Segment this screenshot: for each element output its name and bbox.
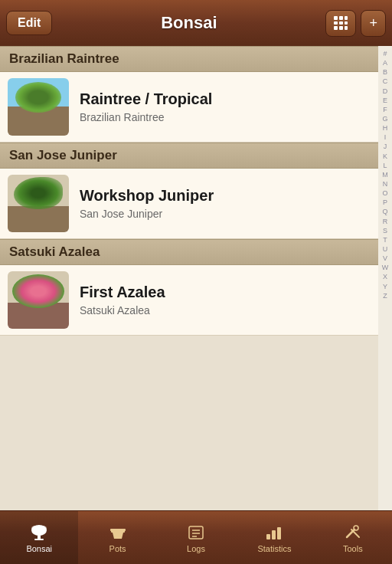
index-U[interactable]: U	[378, 244, 392, 254]
index-H[interactable]: H	[378, 123, 392, 133]
index-L[interactable]: L	[378, 161, 392, 170]
list-item[interactable]: First Azalea Satsuki Azalea	[0, 265, 378, 336]
item-name: Workshop Juniper	[80, 187, 371, 205]
statistics-tab-icon	[263, 523, 285, 542]
bonsai-list: Brazilian Raintree Raintree / Tropical B…	[0, 46, 378, 510]
tab-bonsai-label: Bonsai	[26, 544, 52, 553]
index-W[interactable]: W	[378, 263, 392, 272]
tab-statistics-label: Statistics	[257, 544, 291, 553]
item-image-raintree	[8, 78, 69, 136]
index-S[interactable]: S	[378, 226, 392, 235]
index-X[interactable]: X	[378, 272, 392, 281]
list-item[interactable]: Workshop Juniper San Jose Juniper	[0, 169, 378, 239]
tab-pots-label: Pots	[109, 544, 126, 553]
index-V[interactable]: V	[378, 254, 392, 263]
svg-rect-1	[38, 534, 41, 539]
tab-bonsai[interactable]: Bonsai	[0, 511, 78, 564]
svg-rect-6	[110, 529, 126, 531]
item-species: San Jose Juniper	[80, 208, 371, 220]
item-text-raintree: Raintree / Tropical Brazilian Raintree	[80, 90, 371, 123]
pots-tab-icon	[107, 523, 129, 542]
index-sidebar: # A B C D E F G H I J K L M N O P Q R S …	[378, 46, 392, 510]
index-T[interactable]: T	[378, 235, 392, 244]
index-I[interactable]: I	[378, 133, 392, 142]
index-O[interactable]: O	[378, 189, 392, 198]
item-text-juniper: Workshop Juniper San Jose Juniper	[80, 187, 371, 220]
header: Edit Bonsai +	[0, 0, 392, 46]
index-B[interactable]: B	[378, 67, 392, 77]
tools-tab-icon	[342, 523, 364, 542]
header-actions: +	[325, 10, 386, 37]
item-species: Satsuki Azalea	[80, 304, 371, 316]
index-J[interactable]: J	[378, 142, 392, 151]
tab-statistics[interactable]: Statistics	[235, 511, 313, 564]
svg-point-3	[31, 526, 39, 532]
section-header-brazilian-raintree: Brazilian Raintree	[0, 46, 378, 72]
list-item[interactable]: Raintree / Tropical Brazilian Raintree	[0, 72, 378, 143]
svg-rect-12	[272, 530, 276, 539]
svg-rect-13	[277, 527, 281, 539]
item-name: First Azalea	[80, 284, 371, 301]
index-P[interactable]: P	[378, 198, 392, 207]
tab-pots[interactable]: Pots	[78, 511, 156, 564]
index-Y[interactable]: Y	[378, 282, 392, 291]
index-A[interactable]: A	[378, 58, 392, 67]
add-button[interactable]: +	[361, 10, 386, 37]
item-image-azalea	[8, 271, 69, 329]
header-title: Bonsai	[161, 13, 217, 33]
index-F[interactable]: F	[378, 105, 392, 114]
section-header-satsuki-azalea: Satsuki Azalea	[0, 239, 378, 265]
svg-rect-2	[34, 539, 44, 540]
svg-point-4	[39, 526, 47, 532]
index-G[interactable]: G	[378, 114, 392, 123]
index-hash[interactable]: #	[378, 49, 392, 58]
grid-view-button[interactable]	[325, 10, 356, 37]
index-C[interactable]: C	[378, 77, 392, 86]
logs-tab-icon	[185, 523, 207, 542]
svg-point-15	[354, 526, 358, 530]
index-D[interactable]: D	[378, 87, 392, 96]
index-Z[interactable]: Z	[378, 291, 392, 300]
section-header-san-jose-juniper: San Jose Juniper	[0, 143, 378, 169]
tab-bar: Bonsai Pots Logs Statistics	[0, 510, 392, 564]
index-M[interactable]: M	[378, 170, 392, 179]
svg-rect-11	[266, 534, 270, 539]
tab-logs-label: Logs	[187, 544, 205, 553]
item-name: Raintree / Tropical	[80, 90, 371, 108]
edit-button[interactable]: Edit	[6, 11, 52, 35]
grid-icon	[334, 16, 348, 30]
index-N[interactable]: N	[378, 179, 392, 189]
tab-tools[interactable]: Tools	[314, 511, 392, 564]
item-text-azalea: First Azalea Satsuki Azalea	[80, 284, 371, 316]
index-E[interactable]: E	[378, 96, 392, 105]
item-species: Brazilian Raintree	[80, 111, 371, 123]
tab-logs[interactable]: Logs	[157, 511, 235, 564]
index-R[interactable]: R	[378, 217, 392, 226]
bonsai-tab-icon	[28, 523, 50, 542]
item-image-juniper	[8, 175, 69, 232]
tab-tools-label: Tools	[343, 544, 363, 553]
index-K[interactable]: K	[378, 152, 392, 161]
index-Q[interactable]: Q	[378, 207, 392, 216]
